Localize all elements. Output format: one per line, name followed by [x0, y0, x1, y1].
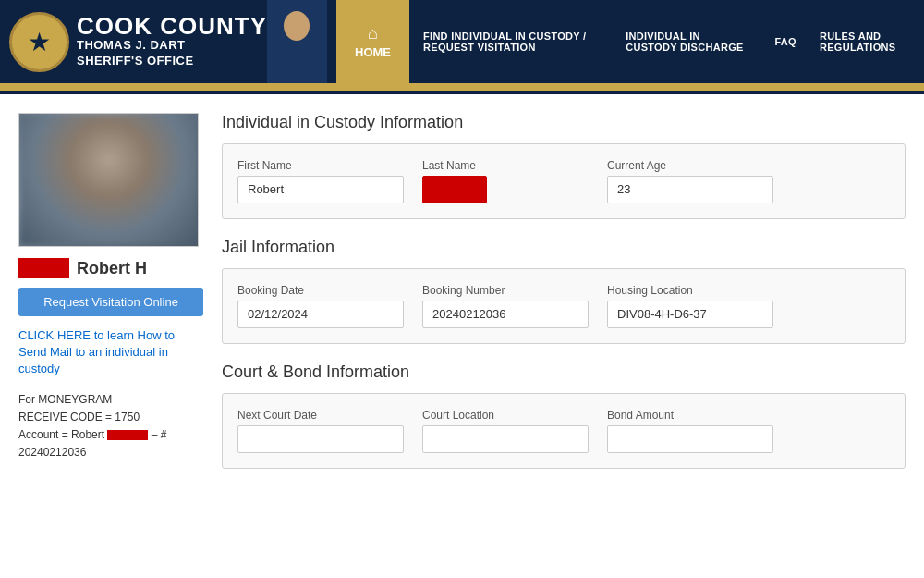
page-header: ★ COOK COUNTY THOMAS J. DART SHERIFF'S O… — [0, 0, 924, 83]
main-content: Robert H Request Visitation Online CLICK… — [0, 94, 924, 506]
header-text: COOK COUNTY THOMAS J. DART SHERIFF'S OFF… — [77, 14, 267, 69]
inline-redact: XXXXXX — [107, 430, 148, 440]
gold-bar — [0, 83, 924, 91]
court-section-title: Court & Bond Information — [222, 363, 906, 382]
court-location-label: Court Location — [422, 409, 589, 422]
home-icon: ⌂ — [368, 24, 378, 43]
booking-number-value: 20240212036 — [422, 301, 589, 328]
age-value: 23 — [607, 176, 773, 203]
nav-faq[interactable]: FAQ — [774, 36, 796, 47]
booking-date-group: Booking Date 02/12/2024 — [237, 284, 404, 328]
nav-discharge[interactable]: INDIVIDUAL IN CUSTODY DISCHARGE — [626, 31, 751, 53]
mugshot-blur — [19, 114, 198, 246]
star-icon: ★ — [28, 27, 51, 57]
nav-find-individual[interactable]: FIND INDIVIDUAL IN CUSTODY / REQUEST VIS… — [423, 31, 602, 53]
next-court-group: Next Court Date — [237, 409, 404, 453]
age-group: Current Age 23 — [607, 159, 773, 203]
county-name: COOK COUNTY — [77, 14, 267, 38]
jail-info-card: Booking Date 02/12/2024 Booking Number 2… — [222, 268, 906, 344]
first-name-label: First Name — [237, 159, 404, 172]
court-location-value — [422, 425, 589, 453]
nav-home[interactable]: ⌂ HOME — [336, 0, 409, 83]
home-link[interactable]: ⌂ HOME — [355, 24, 391, 59]
housing-label: Housing Location — [607, 284, 773, 297]
sheriff-badge: ★ — [9, 12, 69, 72]
age-label: Current Age — [607, 159, 773, 172]
mugshot-photo — [18, 113, 199, 247]
individual-info-card: First Name Robert Last Name Current Age … — [222, 143, 906, 219]
court-info-card: Next Court Date Court Location Bond Amou… — [222, 393, 906, 469]
booking-number-label: Booking Number — [422, 284, 589, 297]
nav-rules[interactable]: RULES AND REGULATIONS — [820, 31, 910, 53]
housing-value: DIV08-4H-D6-37 — [607, 301, 773, 328]
sidebar: Robert H Request Visitation Online CLICK… — [18, 113, 203, 487]
sheriff-photo — [267, 0, 327, 83]
next-court-value — [237, 425, 404, 453]
first-name-group: First Name Robert — [237, 159, 404, 203]
next-court-label: Next Court Date — [237, 409, 404, 422]
moneygram-line2: RECEIVE CODE = 1750 — [18, 409, 203, 426]
person-name-row: Robert H — [18, 258, 203, 278]
first-name-value: Robert — [237, 176, 404, 203]
booking-date-label: Booking Date — [237, 284, 404, 297]
logo-area: ★ COOK COUNTY THOMAS J. DART SHERIFF'S O… — [0, 0, 336, 83]
main-nav: FIND INDIVIDUAL IN CUSTODY / REQUEST VIS… — [409, 0, 924, 83]
housing-group: Housing Location DIV08-4H-D6-37 — [607, 284, 773, 328]
person-display-name: Robert H — [77, 259, 147, 278]
bond-amount-label: Bond Amount — [607, 409, 773, 422]
individual-fields-row: First Name Robert Last Name Current Age … — [237, 159, 890, 203]
last-name-redacted — [422, 176, 487, 203]
content-area: Individual in Custody Information First … — [222, 113, 906, 487]
sheriff-name: THOMAS J. DART SHERIFF'S OFFICE — [77, 38, 267, 69]
moneygram-line3: Account = Robert XXXXXX – # 20240212036 — [18, 426, 203, 461]
mail-link[interactable]: CLICK HERE to learn How to Send Mail to … — [18, 327, 203, 378]
jail-fields-row: Booking Date 02/12/2024 Booking Number 2… — [237, 284, 890, 328]
court-location-group: Court Location — [422, 409, 589, 453]
individual-section-title: Individual in Custody Information — [222, 113, 906, 132]
moneygram-info: For MONEYGRAM RECEIVE CODE = 1750 Accoun… — [18, 391, 203, 462]
last-name-label: Last Name — [422, 159, 589, 172]
bond-amount-value — [607, 425, 773, 453]
svg-rect-3 — [276, 46, 318, 83]
person-svg — [267, 0, 327, 83]
booking-date-value: 02/12/2024 — [237, 301, 404, 328]
svg-point-1 — [284, 11, 310, 41]
visitation-button[interactable]: Request Visitation Online — [18, 288, 203, 316]
last-name-group: Last Name — [422, 159, 589, 203]
bond-amount-group: Bond Amount — [607, 409, 773, 453]
booking-number-group: Booking Number 20240212036 — [422, 284, 589, 328]
court-fields-row: Next Court Date Court Location Bond Amou… — [237, 409, 890, 453]
moneygram-line1: For MONEYGRAM — [18, 391, 203, 409]
name-redacted-box — [18, 258, 69, 278]
jail-section-title: Jail Information — [222, 238, 906, 257]
